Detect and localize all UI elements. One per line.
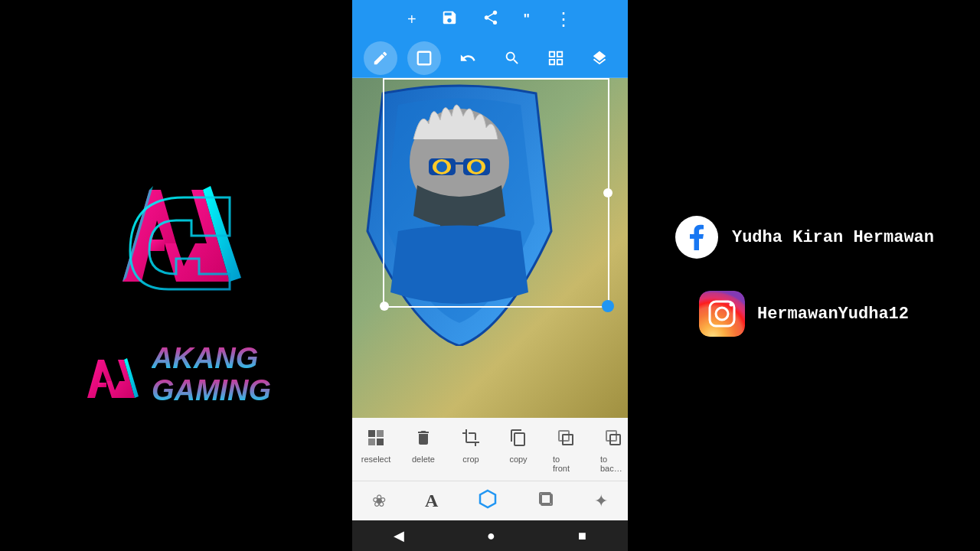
phone-app: + " ⋮ [352, 0, 628, 551]
add-icon[interactable]: + [407, 11, 416, 28]
svg-point-35 [729, 303, 733, 307]
undo-icon[interactable] [451, 41, 485, 75]
to-back-label: to bac… [600, 455, 626, 473]
more-icon[interactable]: ⋮ [554, 8, 573, 30]
handle-right-middle[interactable] [603, 188, 612, 197]
tools-row: reselect delete crop copy [352, 424, 628, 478]
to-front-icon [557, 429, 575, 452]
delete-label: delete [412, 455, 435, 464]
select-tool-icon[interactable] [407, 41, 441, 75]
reselect-icon [367, 429, 385, 452]
save-icon[interactable] [441, 9, 458, 30]
ag-logo-small [81, 344, 142, 406]
svg-rect-9 [418, 51, 431, 64]
delete-tool[interactable]: delete [400, 424, 447, 468]
akang-label: AKANG [152, 343, 271, 375]
svg-rect-22 [377, 439, 384, 445]
svg-rect-19 [368, 430, 375, 437]
to-front-tool[interactable]: to front [542, 424, 590, 478]
gaming-label: GAMING [152, 375, 271, 407]
canvas-area [352, 78, 628, 418]
magic-icon[interactable]: ✦ [594, 491, 608, 511]
svg-marker-28 [480, 491, 495, 507]
grid-icon[interactable] [539, 41, 573, 75]
layers2-icon[interactable] [537, 490, 555, 513]
home-button[interactable]: ● [487, 528, 495, 544]
svg-rect-20 [377, 430, 384, 437]
copy-icon [509, 429, 528, 452]
hexagon-icon[interactable] [478, 489, 498, 514]
svg-rect-32 [699, 291, 745, 337]
flower-icon[interactable]: ❀ [372, 491, 386, 511]
crop-tool[interactable]: crop [447, 424, 495, 468]
copy-label: copy [509, 455, 527, 464]
canvas-content [352, 78, 628, 418]
ag-logo-top [100, 144, 253, 312]
delete-icon [414, 429, 433, 452]
reselect-tool[interactable]: reselect [352, 424, 400, 468]
selection-box [383, 78, 609, 308]
handle-bottom-right[interactable] [602, 300, 614, 312]
svg-marker-7 [98, 383, 106, 387]
zoom-icon[interactable] [495, 41, 529, 75]
svg-rect-24 [559, 431, 569, 441]
instagram-icon [699, 291, 745, 337]
to-front-label: to front [553, 455, 579, 473]
svg-rect-21 [368, 439, 375, 445]
crop-label: crop [462, 455, 479, 464]
text-tool-icon[interactable]: A [425, 491, 438, 511]
facebook-username: Yudha Kiran Hermawan [732, 228, 934, 247]
to-back-tool[interactable]: to bac… [590, 424, 628, 478]
instagram-row: HermawanYudha12 [699, 291, 909, 337]
facebook-icon [674, 214, 720, 260]
right-social: Yudha Kiran Hermawan Herma [628, 0, 980, 551]
system-nav: ◀ ● ■ [352, 520, 628, 551]
recent-button[interactable]: ■ [578, 528, 586, 544]
handle-bottom-left[interactable] [380, 302, 389, 311]
svg-rect-23 [563, 435, 573, 445]
svg-rect-27 [610, 435, 620, 445]
instagram-username: HermawanYudha12 [757, 305, 909, 324]
left-branding: AKANG GAMING [0, 0, 352, 551]
svg-marker-2 [149, 240, 165, 251]
svg-rect-25 [563, 435, 573, 445]
ag-gaming-logo-row: AKANG GAMING [81, 343, 271, 407]
second-toolbar [352, 38, 628, 78]
bottom-tools-bar: reselect delete crop copy [352, 418, 628, 481]
crop-icon [462, 429, 480, 452]
akang-gaming-text: AKANG GAMING [152, 343, 271, 407]
edit-tool-icon[interactable] [364, 41, 397, 75]
reselect-label: reselect [361, 455, 391, 464]
share-icon[interactable] [482, 9, 499, 30]
svg-rect-26 [606, 431, 616, 441]
layers-icon[interactable] [583, 41, 616, 75]
svg-marker-5 [87, 360, 112, 398]
to-back-icon [604, 429, 622, 452]
bottom-nav: ❀ A ✦ [352, 481, 628, 520]
quote-icon[interactable]: " [524, 11, 531, 28]
copy-tool[interactable]: copy [495, 424, 542, 468]
facebook-row: Yudha Kiran Hermawan [674, 214, 934, 260]
back-button[interactable]: ◀ [394, 527, 404, 544]
top-toolbar: + " ⋮ [352, 0, 628, 38]
